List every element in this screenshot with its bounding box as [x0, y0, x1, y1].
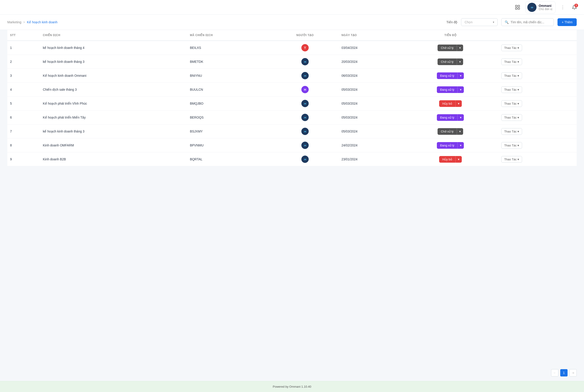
table-row: 9Kinh doanh B2BBQRTAL 38 23/01/2024Hủy b… [7, 152, 577, 166]
status-dropdown-icon[interactable]: ▾ [458, 114, 464, 121]
cell-status: Chờ xử lý▾ [402, 124, 498, 138]
cell-campaign: Kế hoạch phát triển Miền Tây [40, 110, 187, 124]
status-dropdown-icon[interactable]: ▾ [458, 86, 464, 93]
pagination: ← 1 → [0, 364, 584, 381]
action-button[interactable]: Thao Tác▾ [501, 44, 522, 51]
svg-text:38: 38 [304, 158, 306, 160]
avatar: 38 [301, 100, 309, 107]
user-card[interactable]: 38 Ommani Chủ đơn vị [525, 1, 556, 14]
action-chevron-icon: ▾ [518, 116, 519, 119]
progress-select[interactable]: Chọn ▾ [461, 18, 498, 26]
action-button[interactable]: Thao Tác▾ [501, 100, 522, 107]
action-label: Thao Tác [504, 88, 517, 92]
chevron-down-icon: ▾ [493, 20, 494, 24]
status-dropdown-icon[interactable]: ▾ [457, 58, 463, 65]
grid-icon[interactable] [514, 3, 522, 12]
action-button[interactable]: Thao Tác▾ [501, 142, 522, 149]
status-label: Chờ xử lý [438, 128, 457, 135]
table-row: 6Kế hoạch phát triển Miền TâyBEROQS 38 0… [7, 110, 577, 124]
cell-status: Đang xử lý▾ [402, 83, 498, 97]
cell-code: BPVNMU [187, 138, 271, 152]
cell-date: 06/03/2024 [339, 69, 402, 83]
more-options-icon[interactable]: ⋮ [559, 4, 567, 11]
action-button[interactable]: Thao Tác▾ [501, 114, 522, 121]
action-label: Thao Tác [504, 60, 517, 64]
avatar: 38 [301, 156, 309, 163]
avatar: T [301, 44, 309, 52]
col-status: TIẾN ĐỘ [402, 30, 498, 41]
cell-campaign: kế hoạch kinh doanh tháng 4 [40, 41, 187, 55]
notification-bell[interactable]: 1 [570, 3, 578, 12]
action-button[interactable]: Thao Tác▾ [501, 86, 522, 93]
svg-rect-0 [516, 5, 517, 7]
cell-status: Chờ xử lý▾ [402, 41, 498, 55]
svg-rect-3 [518, 8, 520, 9]
action-button[interactable]: Thao Tác▾ [501, 72, 522, 79]
cell-creator: 38 [271, 97, 338, 110]
svg-text:38: 38 [530, 6, 533, 9]
cell-campaign: Kế hoạch phát triển Vĩnh Phúc [40, 97, 187, 110]
cell-action: Thao Tác▾ [498, 83, 577, 97]
cell-status: Đang xử lý▾ [402, 110, 498, 124]
page-1-button[interactable]: 1 [560, 369, 568, 376]
cell-date: 05/03/2024 [339, 110, 402, 124]
status-label: Đang xử lý [437, 72, 458, 79]
search-icon: 🔍 [505, 20, 508, 24]
cell-action: Thao Tác▾ [498, 124, 577, 138]
action-label: Thao Tác [504, 116, 517, 119]
cell-campaign: Chiến dịch sale tháng 3 [40, 83, 187, 97]
status-dropdown-icon[interactable]: ▾ [457, 128, 463, 135]
status-dropdown-icon[interactable]: ▾ [458, 72, 464, 79]
progress-placeholder: Chọn [464, 20, 472, 24]
status-dropdown-icon[interactable]: ▾ [458, 142, 464, 149]
campaigns-table: STT CHIẾN DỊCH MÃ CHIẾN DỊCH NGƯỜI TẠO N… [7, 30, 577, 166]
cell-creator: 38 [271, 124, 338, 138]
status-label: Đang xử lý [437, 86, 458, 93]
action-button[interactable]: Thao Tác▾ [501, 58, 522, 65]
cell-date: 03/04/2024 [339, 41, 402, 55]
table-row: 5Kế hoạch phát triển Vĩnh PhúcBMQJBO 38 … [7, 97, 577, 110]
cell-status: Hủy bỏ▾ [402, 97, 498, 110]
col-stt: STT [7, 30, 40, 41]
table-container: STT CHIẾN DỊCH MÃ CHIẾN DỊCH NGƯỜI TẠO N… [0, 30, 584, 364]
search-input[interactable] [510, 20, 550, 24]
table-row: 2kế hoạch kinh doanh tháng 3BMETDK 38 20… [7, 55, 577, 69]
prev-page-button[interactable]: ← [551, 369, 558, 376]
cell-code: BQRTAL [187, 152, 271, 166]
table-row: 4Chiến dịch sale tháng 3BUULCNH05/03/202… [7, 83, 577, 97]
cell-action: Thao Tác▾ [498, 55, 577, 69]
action-chevron-icon: ▾ [518, 158, 519, 161]
status-dropdown-icon[interactable]: ▾ [457, 44, 463, 51]
status-dropdown-icon[interactable]: ▾ [455, 156, 462, 163]
table-row: 3Kế hoạch kinh doanh OmmaniBNIYNU 38 06/… [7, 69, 577, 83]
cell-status: Đang xử lý▾ [402, 138, 498, 152]
status-label: Đang xử lý [437, 142, 458, 149]
svg-text:38: 38 [304, 75, 306, 77]
cell-date: 23/01/2024 [339, 152, 402, 166]
cell-creator: H [271, 83, 338, 97]
table-body: 1kế hoạch kinh doanh tháng 4BEILXST03/04… [7, 41, 577, 166]
table-header: STT CHIẾN DỊCH MÃ CHIẾN DỊCH NGƯỜI TẠO N… [7, 30, 577, 41]
breadcrumb-parent[interactable]: Marketing [7, 20, 21, 24]
cell-stt: 3 [7, 69, 40, 83]
table-row: 8Kinh doanh OMFARMBPVNMU 38 24/02/2024Đa… [7, 138, 577, 152]
cell-code: BUULCN [187, 83, 271, 97]
cell-code: BNIYNU [187, 69, 271, 83]
svg-rect-1 [518, 5, 520, 7]
col-action [498, 30, 577, 41]
col-code: MÃ CHIẾN DỊCH [187, 30, 271, 41]
action-label: Thao Tác [504, 130, 517, 133]
next-page-button[interactable]: → [570, 369, 577, 376]
action-button[interactable]: Thao Tác▾ [501, 128, 522, 135]
action-button[interactable]: Thao Tác▾ [501, 156, 522, 163]
status-label: Chờ xử lý [438, 44, 457, 51]
col-date: NGÀY TẠO [339, 30, 402, 41]
add-button[interactable]: + Thêm [558, 18, 577, 26]
action-chevron-icon: ▾ [518, 144, 519, 147]
cell-campaign: Kinh doanh B2B [40, 152, 187, 166]
avatar: 38 [301, 128, 309, 135]
notification-count: 1 [574, 4, 578, 7]
status-dropdown-icon[interactable]: ▾ [455, 100, 462, 107]
breadcrumb-current[interactable]: Kế hoạch kinh doanh [27, 20, 58, 24]
cell-creator: 38 [271, 152, 338, 166]
